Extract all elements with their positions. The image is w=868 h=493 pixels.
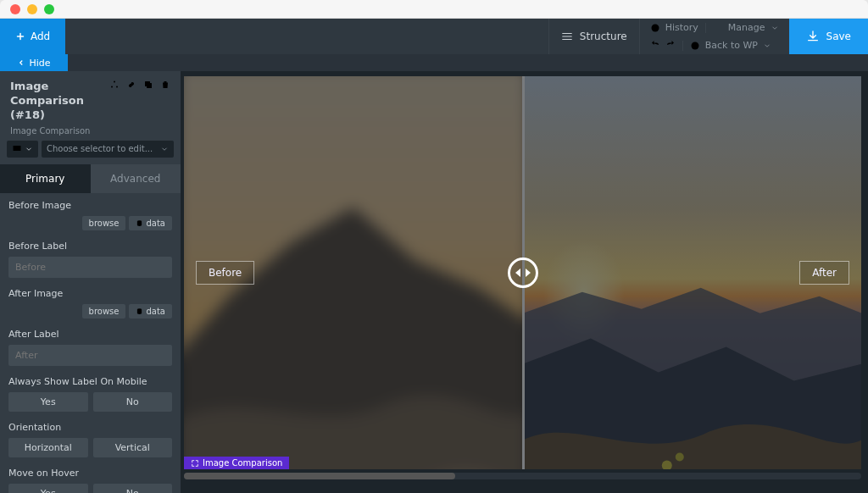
field-always-show-label: Always Show Label On Mobile Yes No: [0, 369, 181, 415]
main-area: Image Comparison (#18) Image Comparison …: [0, 71, 868, 493]
field-move-on-hover: Move on Hover Yes No: [0, 461, 181, 493]
horizontal-scrollbar[interactable]: [184, 473, 861, 479]
minimize-dot-icon[interactable]: [27, 4, 37, 14]
browse-button[interactable]: browse: [82, 304, 126, 319]
component-type: Image Comparison: [0, 126, 181, 141]
option-vertical[interactable]: Vertical: [93, 438, 173, 457]
redo-icon: [665, 39, 676, 49]
field-label: Before Label: [8, 241, 172, 252]
field-before-label: Before Label: [0, 234, 181, 281]
after-label-badge: After: [799, 261, 849, 285]
plus-icon: [15, 31, 25, 42]
structure-label: Structure: [580, 30, 627, 42]
before-label-input[interactable]: [8, 257, 172, 278]
save-label: Save: [826, 30, 851, 42]
selector-placeholder: Choose selector to edit...: [47, 144, 153, 153]
option-no[interactable]: No: [93, 392, 173, 412]
structure-button[interactable]: Structure: [548, 19, 639, 54]
field-label: Before Image: [8, 200, 172, 211]
svg-rect-6: [145, 81, 150, 86]
svg-point-1: [691, 42, 698, 49]
database-icon: [136, 307, 143, 315]
chevron-down-icon: [160, 145, 169, 153]
inspector-tabs: Primary Advanced: [0, 164, 181, 193]
inspector-panel: Before Image browse data Before Label Af…: [0, 193, 181, 493]
download-icon: [806, 30, 820, 43]
expand-icon: [191, 459, 199, 468]
svg-point-2: [114, 81, 115, 83]
history-button[interactable]: History: [650, 22, 698, 33]
settings-icon: [713, 23, 723, 33]
database-icon: [136, 219, 143, 227]
browse-button[interactable]: browse: [82, 216, 126, 230]
field-before-image: Before Image browse data: [0, 193, 181, 234]
history-icon: [650, 23, 660, 33]
macos-titlebar: [0, 0, 868, 19]
component-title: Image Comparison (#18): [10, 80, 104, 123]
tag-label: Image Comparison: [203, 458, 282, 468]
svg-point-3: [111, 86, 113, 88]
scrollbar-thumb[interactable]: [184, 473, 455, 479]
duplicate-icon[interactable]: [143, 80, 153, 92]
field-label: After Image: [8, 288, 172, 299]
preview-canvas[interactable]: Before After Image Comparison: [184, 76, 861, 469]
field-label: Always Show Label On Mobile: [8, 376, 172, 387]
back-to-wp-label: Back to WP: [705, 40, 758, 51]
tab-primary[interactable]: Primary: [0, 164, 91, 193]
field-after-image: After Image browse data: [0, 281, 181, 322]
option-no[interactable]: No: [93, 484, 173, 493]
svg-point-4: [116, 86, 118, 88]
add-button[interactable]: Add: [0, 19, 65, 54]
hide-label: Hide: [29, 58, 50, 69]
trash-icon[interactable]: [160, 80, 170, 92]
top-right-stack: History Manage Back t: [639, 19, 789, 54]
comparison-handle[interactable]: [508, 258, 538, 288]
data-button[interactable]: data: [129, 216, 172, 230]
undo-icon: [650, 39, 660, 49]
option-yes[interactable]: Yes: [8, 484, 88, 493]
manage-label: Manage: [728, 22, 765, 33]
data-label: data: [146, 307, 165, 316]
field-orientation: Orientation Horizontal Vertical: [0, 415, 181, 461]
svg-rect-7: [14, 146, 21, 151]
option-horizontal[interactable]: Horizontal: [8, 438, 88, 457]
add-label: Add: [31, 30, 50, 42]
option-yes[interactable]: Yes: [8, 392, 88, 412]
inspector-sidebar: Image Comparison (#18) Image Comparison …: [0, 71, 181, 493]
device-dropdown[interactable]: [7, 141, 38, 158]
svg-point-15: [675, 452, 683, 461]
save-button[interactable]: Save: [789, 19, 868, 54]
after-label-input[interactable]: [8, 345, 172, 366]
app-root: Add Structure History Manage: [0, 19, 868, 493]
hide-panel-button[interactable]: Hide: [0, 54, 68, 71]
field-label: Orientation: [8, 422, 172, 433]
chevron-down-icon: [25, 145, 33, 153]
toolbar-spacer: [65, 19, 548, 54]
close-dot-icon[interactable]: [10, 4, 20, 14]
tab-advanced[interactable]: Advanced: [91, 164, 181, 193]
structure-icon: [561, 30, 573, 42]
undo-button[interactable]: [650, 39, 660, 52]
secondary-bar: Hide: [0, 54, 868, 71]
back-to-wp-button[interactable]: Back to WP: [690, 40, 771, 51]
monitor-icon: [12, 144, 22, 154]
chevron-down-icon: [771, 24, 779, 32]
wordpress-icon: [690, 41, 700, 51]
selector-row: Choose selector to edit...: [0, 141, 181, 164]
before-label-badge: Before: [196, 261, 254, 285]
field-label: After Label: [8, 329, 172, 340]
redo-button[interactable]: [665, 39, 676, 52]
data-label: data: [146, 219, 165, 228]
selected-component-tag[interactable]: Image Comparison: [184, 457, 289, 469]
data-button[interactable]: data: [129, 304, 172, 319]
field-label: Move on Hover: [8, 468, 172, 479]
manage-button[interactable]: Manage: [713, 22, 779, 33]
chevron-left-icon: [17, 58, 25, 67]
maximize-dot-icon[interactable]: [44, 4, 54, 14]
link-icon[interactable]: [126, 80, 136, 92]
header-actions: [109, 80, 170, 92]
sidebar-header: Image Comparison (#18): [0, 71, 181, 126]
history-label: History: [665, 22, 698, 33]
tree-icon[interactable]: [109, 80, 120, 92]
selector-dropdown[interactable]: Choose selector to edit...: [42, 141, 174, 158]
